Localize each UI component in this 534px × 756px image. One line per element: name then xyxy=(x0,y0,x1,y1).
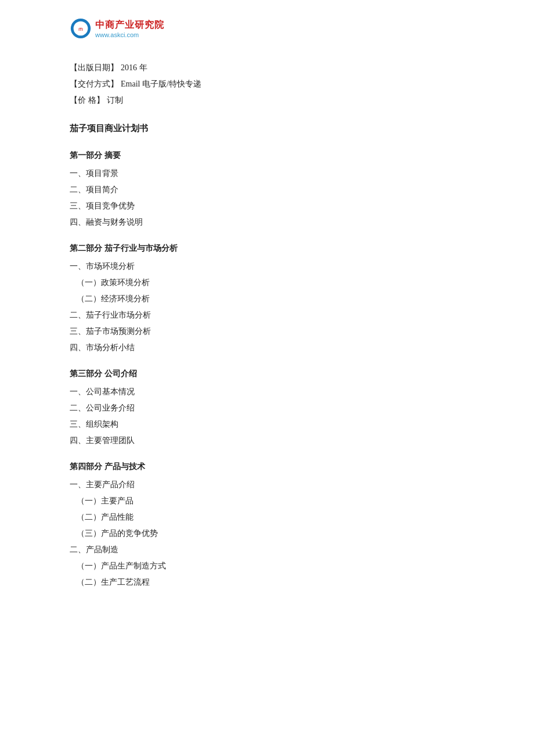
price-label: 【价 格】 xyxy=(70,95,104,106)
section-4-item-1: 一、主要产品介绍 xyxy=(70,477,464,493)
section-2-item-2: （一）政策环境分析 xyxy=(70,275,464,291)
publish-label: 【出版日期】 xyxy=(70,63,118,73)
section-1-item-4: 四、融资与财务说明 xyxy=(70,214,464,231)
logo-name: 中商产业研究院 xyxy=(95,19,164,31)
section-4-item-2: （一）主要产品 xyxy=(70,493,464,509)
section-2-item-5: 三、茄子市场预测分析 xyxy=(70,323,464,340)
meta-row-delivery: 【交付方式】 Email 电子版/特快专递 xyxy=(70,79,464,89)
meta-row-price: 【价 格】 订制 xyxy=(70,95,464,106)
header: iTi 中商产业研究院 www.askci.com xyxy=(70,17,464,39)
logo-container: iTi 中商产业研究院 www.askci.com xyxy=(70,17,164,39)
section-4-item-6: （一）产品生产制造方式 xyxy=(70,558,464,574)
meta-info: 【出版日期】 2016 年 【交付方式】 Email 电子版/特快专递 【价 格… xyxy=(70,63,464,106)
logo-text-block: 中商产业研究院 www.askci.com xyxy=(95,19,164,38)
delivery-label: 【交付方式】 xyxy=(70,79,118,89)
price-value: 订制 xyxy=(107,95,123,106)
section-1-item-1: 一、项目背景 xyxy=(70,165,464,182)
section-3-item-3: 三、组织架构 xyxy=(70,416,464,433)
section-2: 第二部分 茄子行业与市场分析 一、市场环境分析 （一）政策环境分析 （二）经济环… xyxy=(70,243,464,356)
section-2-item-3: （二）经济环境分析 xyxy=(70,291,464,307)
doc-title: 茄子项目商业计划书 xyxy=(70,123,464,134)
section-4-item-4: （三）产品的竞争优势 xyxy=(70,525,464,542)
section-2-item-4: 二、茄子行业市场分析 xyxy=(70,307,464,323)
svg-text:iTi: iTi xyxy=(78,27,83,31)
section-3-item-2: 二、公司业务介绍 xyxy=(70,400,464,416)
delivery-value: Email 电子版/特快专递 xyxy=(121,79,201,89)
section-4-header: 第四部分 产品与技术 xyxy=(70,462,464,472)
section-3-item-4: 四、主要管理团队 xyxy=(70,433,464,449)
logo-icon: iTi xyxy=(70,17,92,39)
section-2-item-6: 四、市场分析小结 xyxy=(70,340,464,356)
sections-container: 第一部分 摘要 一、项目背景 二、项目简介 三、项目竞争优势 四、融资与财务说明… xyxy=(70,150,464,591)
page-container: iTi 中商产业研究院 www.askci.com 【出版日期】 2016 年 … xyxy=(0,0,534,756)
section-1: 第一部分 摘要 一、项目背景 二、项目简介 三、项目竞争优势 四、融资与财务说明 xyxy=(70,150,464,231)
publish-value: 2016 年 xyxy=(121,63,147,73)
section-3-header: 第三部分 公司介绍 xyxy=(70,369,464,379)
section-4: 第四部分 产品与技术 一、主要产品介绍 （一）主要产品 （二）产品性能 （三）产… xyxy=(70,462,464,591)
section-4-item-3: （二）产品性能 xyxy=(70,509,464,525)
section-4-item-7: （二）生产工艺流程 xyxy=(70,574,464,591)
section-1-item-2: 二、项目简介 xyxy=(70,182,464,198)
section-1-item-3: 三、项目竞争优势 xyxy=(70,198,464,214)
logo-url: www.askci.com xyxy=(95,31,164,38)
meta-row-publish: 【出版日期】 2016 年 xyxy=(70,63,464,73)
section-2-header: 第二部分 茄子行业与市场分析 xyxy=(70,243,464,254)
section-3-item-1: 一、公司基本情况 xyxy=(70,384,464,400)
section-3: 第三部分 公司介绍 一、公司基本情况 二、公司业务介绍 三、组织架构 四、主要管… xyxy=(70,369,464,449)
section-1-header: 第一部分 摘要 xyxy=(70,150,464,161)
section-4-item-5: 二、产品制造 xyxy=(70,542,464,558)
section-2-item-1: 一、市场环境分析 xyxy=(70,258,464,275)
